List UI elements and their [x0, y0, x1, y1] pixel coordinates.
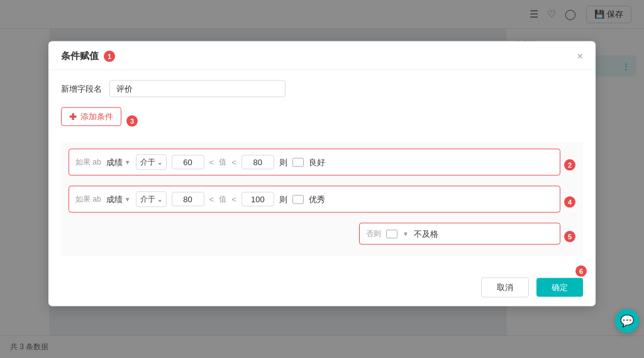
field-arrow-2: ▼ [125, 196, 131, 203]
close-button[interactable]: × [577, 51, 583, 61]
add-condition-button[interactable]: ✚ 添加条件 [61, 107, 121, 126]
operator-selector-2[interactable]: 介于 ⌄ [136, 192, 167, 207]
then-label-1: 则 [279, 156, 287, 168]
badge-2: 2 [564, 159, 575, 170]
field-arrow-1: ▼ [125, 159, 131, 166]
else-label: 否则 [366, 229, 381, 239]
if-label-1: 如果 ab [75, 157, 101, 168]
field-name-label: 新增字段名 [61, 83, 102, 94]
output-icon-2 [292, 195, 304, 203]
min-input-1[interactable] [172, 155, 204, 170]
if-label-2: 如果 ab [75, 194, 101, 205]
operator-selector-1[interactable]: 介于 ⌄ [136, 155, 167, 170]
max-input-2[interactable] [242, 192, 274, 207]
add-condition-badge: 3 [126, 116, 138, 127]
output-icon-1 [292, 158, 304, 166]
confirm-button[interactable]: 确定 [536, 278, 583, 297]
field-name-input[interactable] [109, 80, 286, 97]
else-arrow: ▼ [402, 231, 409, 237]
dialog-title-text: 条件赋值 [61, 50, 99, 62]
condition-row-2: 如果 ab 成绩 ▼ 介于 ⌄ < 值 < 则 [69, 186, 560, 213]
dialog-body: 新增字段名 ✚ 添加条件 3 如果 ab 成绩 ▼ [48, 70, 596, 269]
else-row: 否则 ▼ [359, 223, 560, 245]
field-selector-1[interactable]: 成绩 ▼ [106, 156, 131, 168]
field-name-row: 新增字段名 [61, 80, 583, 97]
lt-symbol-3: < [209, 195, 214, 204]
output-value-else[interactable] [414, 229, 553, 239]
max-input-1[interactable] [242, 155, 274, 170]
condition-area: 如果 ab 成绩 ▼ 介于 ⌄ < 值 < 则 [61, 143, 583, 256]
condition-row-1: 如果 ab 成绩 ▼ 介于 ⌄ < 值 < 则 [69, 149, 560, 176]
badge-4: 4 [564, 196, 575, 207]
confirm-wrapper: 6 确定 [536, 278, 583, 297]
output-icon-else [386, 229, 397, 238]
dialog-title-badge: 1 [104, 50, 115, 62]
dialog-footer: 取消 6 确定 [48, 269, 596, 306]
value-label-1: 值 [219, 157, 226, 168]
dialog-header: 条件赋值 1 × [48, 41, 596, 70]
chat-bubble[interactable]: 💬 [615, 309, 639, 333]
badge-6: 6 [575, 266, 587, 277]
then-label-2: 则 [279, 193, 287, 205]
value-label-2: 值 [219, 194, 226, 205]
lt-symbol-4: < [231, 195, 236, 204]
cancel-button[interactable]: 取消 [481, 278, 529, 298]
lt-symbol-2: < [231, 158, 236, 167]
add-condition-label: 添加条件 [80, 111, 113, 122]
dialog-title: 条件赋值 1 [61, 50, 115, 62]
lt-symbol-1: < [209, 158, 214, 167]
output-value-2[interactable] [309, 195, 553, 204]
badge-5: 5 [564, 231, 575, 242]
output-value-1[interactable] [309, 158, 553, 167]
min-input-2[interactable] [172, 192, 204, 207]
dialog-condition-assign: 条件赋值 1 × 新增字段名 ✚ 添加条件 3 如果 ab [48, 41, 596, 306]
field-selector-2[interactable]: 成绩 ▼ [106, 193, 131, 205]
plus-icon: ✚ [69, 112, 77, 122]
